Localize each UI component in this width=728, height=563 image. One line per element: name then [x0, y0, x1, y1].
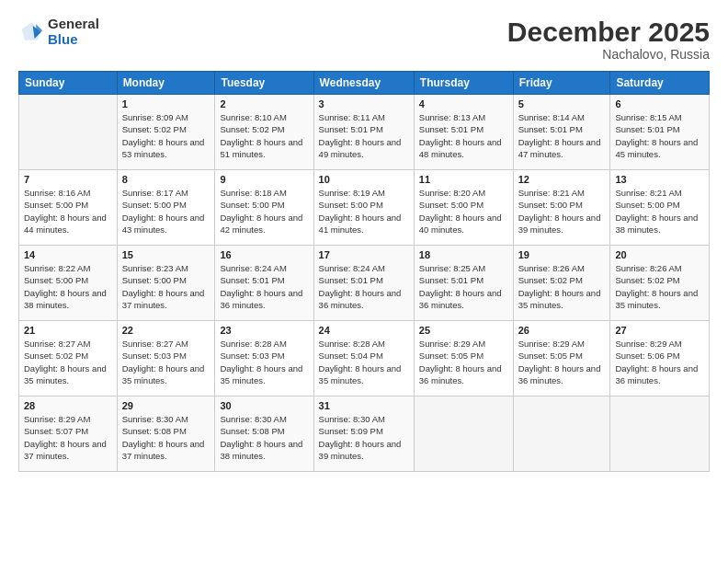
calendar-header-row: Sunday Monday Tuesday Wednesday Thursday…: [19, 72, 710, 95]
header-saturday: Saturday: [610, 72, 710, 95]
table-row: 27Sunrise: 8:29 AMSunset: 5:06 PMDayligh…: [610, 321, 710, 396]
day-number: 8: [122, 174, 210, 185]
day-number: 19: [518, 249, 606, 260]
table-row: 31Sunrise: 8:30 AMSunset: 5:09 PMDayligh…: [313, 396, 414, 472]
day-number: 13: [615, 174, 704, 185]
day-info: Sunrise: 8:27 AMSunset: 5:03 PMDaylight:…: [122, 338, 210, 386]
title-block: December 2025 Nachalovo, Russia: [507, 17, 710, 62]
table-row: 19Sunrise: 8:26 AMSunset: 5:02 PMDayligh…: [513, 246, 610, 321]
day-number: 1: [122, 98, 210, 109]
calendar-week-row: 1Sunrise: 8:09 AMSunset: 5:02 PMDaylight…: [19, 95, 710, 170]
day-info: Sunrise: 8:30 AMSunset: 5:09 PMDaylight:…: [319, 413, 409, 462]
table-row: [19, 95, 118, 170]
day-info: Sunrise: 8:20 AMSunset: 5:00 PMDaylight:…: [419, 187, 508, 236]
header: General Blue December 2025 Nachalovo, Ru…: [18, 17, 710, 62]
logo-blue-text: Blue: [48, 32, 99, 48]
page: General Blue December 2025 Nachalovo, Ru…: [0, 0, 728, 563]
logo: General Blue: [18, 17, 99, 47]
day-info: Sunrise: 8:17 AMSunset: 5:00 PMDaylight:…: [122, 187, 210, 236]
day-info: Sunrise: 8:24 AMSunset: 5:01 PMDaylight:…: [319, 262, 409, 311]
day-info: Sunrise: 8:28 AMSunset: 5:04 PMDaylight:…: [319, 338, 409, 386]
table-row: 30Sunrise: 8:30 AMSunset: 5:08 PMDayligh…: [215, 396, 313, 472]
day-number: 3: [319, 98, 409, 109]
calendar-table: Sunday Monday Tuesday Wednesday Thursday…: [18, 71, 710, 472]
table-row: 25Sunrise: 8:29 AMSunset: 5:05 PMDayligh…: [414, 321, 513, 396]
calendar-week-row: 28Sunrise: 8:29 AMSunset: 5:07 PMDayligh…: [19, 396, 710, 472]
day-number: 17: [319, 249, 409, 260]
table-row: 15Sunrise: 8:23 AMSunset: 5:00 PMDayligh…: [117, 246, 215, 321]
table-row: 20Sunrise: 8:26 AMSunset: 5:02 PMDayligh…: [610, 246, 710, 321]
table-row: 24Sunrise: 8:28 AMSunset: 5:04 PMDayligh…: [313, 321, 414, 396]
day-info: Sunrise: 8:18 AMSunset: 5:00 PMDaylight:…: [220, 187, 308, 236]
day-number: 26: [518, 325, 606, 336]
table-row: 28Sunrise: 8:29 AMSunset: 5:07 PMDayligh…: [19, 396, 118, 472]
day-number: 5: [518, 98, 606, 109]
day-info: Sunrise: 8:13 AMSunset: 5:01 PMDaylight:…: [419, 111, 508, 160]
day-info: Sunrise: 8:19 AMSunset: 5:00 PMDaylight:…: [319, 187, 409, 236]
day-number: 20: [615, 249, 704, 260]
day-info: Sunrise: 8:14 AMSunset: 5:01 PMDaylight:…: [518, 111, 606, 160]
day-info: Sunrise: 8:30 AMSunset: 5:08 PMDaylight:…: [122, 413, 210, 462]
day-info: Sunrise: 8:29 AMSunset: 5:07 PMDaylight:…: [24, 413, 112, 462]
table-row: 11Sunrise: 8:20 AMSunset: 5:00 PMDayligh…: [414, 170, 513, 246]
day-info: Sunrise: 8:23 AMSunset: 5:00 PMDaylight:…: [122, 262, 210, 311]
day-number: 21: [24, 325, 112, 336]
day-info: Sunrise: 8:28 AMSunset: 5:03 PMDaylight:…: [220, 338, 308, 386]
day-info: Sunrise: 8:21 AMSunset: 5:00 PMDaylight:…: [615, 187, 704, 236]
table-row: 1Sunrise: 8:09 AMSunset: 5:02 PMDaylight…: [117, 95, 215, 170]
day-number: 31: [319, 400, 409, 411]
day-number: 16: [220, 249, 308, 260]
day-info: Sunrise: 8:26 AMSunset: 5:02 PMDaylight:…: [518, 262, 606, 311]
table-row: 10Sunrise: 8:19 AMSunset: 5:00 PMDayligh…: [313, 170, 414, 246]
day-info: Sunrise: 8:27 AMSunset: 5:02 PMDaylight:…: [24, 338, 112, 386]
table-row: 18Sunrise: 8:25 AMSunset: 5:01 PMDayligh…: [414, 246, 513, 321]
table-row: 12Sunrise: 8:21 AMSunset: 5:00 PMDayligh…: [513, 170, 610, 246]
header-tuesday: Tuesday: [215, 72, 313, 95]
table-row: 6Sunrise: 8:15 AMSunset: 5:01 PMDaylight…: [610, 95, 710, 170]
day-info: Sunrise: 8:10 AMSunset: 5:02 PMDaylight:…: [220, 111, 308, 160]
table-row: [513, 396, 610, 472]
day-number: 29: [122, 400, 210, 411]
day-number: 6: [615, 98, 704, 109]
day-info: Sunrise: 8:11 AMSunset: 5:01 PMDaylight:…: [319, 111, 409, 160]
day-info: Sunrise: 8:24 AMSunset: 5:01 PMDaylight:…: [220, 262, 308, 311]
day-number: 14: [24, 249, 112, 260]
location: Nachalovo, Russia: [507, 47, 710, 62]
day-number: 22: [122, 325, 210, 336]
calendar-week-row: 14Sunrise: 8:22 AMSunset: 5:00 PMDayligh…: [19, 246, 710, 321]
table-row: 7Sunrise: 8:16 AMSunset: 5:00 PMDaylight…: [19, 170, 118, 246]
day-number: 30: [220, 400, 308, 411]
table-row: 16Sunrise: 8:24 AMSunset: 5:01 PMDayligh…: [215, 246, 313, 321]
table-row: 22Sunrise: 8:27 AMSunset: 5:03 PMDayligh…: [117, 321, 215, 396]
calendar-week-row: 21Sunrise: 8:27 AMSunset: 5:02 PMDayligh…: [19, 321, 710, 396]
day-number: 4: [419, 98, 508, 109]
day-info: Sunrise: 8:16 AMSunset: 5:00 PMDaylight:…: [24, 187, 112, 236]
calendar-week-row: 7Sunrise: 8:16 AMSunset: 5:00 PMDaylight…: [19, 170, 710, 246]
day-info: Sunrise: 8:29 AMSunset: 5:05 PMDaylight:…: [518, 338, 606, 386]
logo-general-text: General: [48, 17, 99, 32]
logo-text: General Blue: [48, 17, 99, 47]
table-row: 26Sunrise: 8:29 AMSunset: 5:05 PMDayligh…: [513, 321, 610, 396]
table-row: [414, 396, 513, 472]
day-number: 15: [122, 249, 210, 260]
day-number: 23: [220, 325, 308, 336]
day-number: 24: [319, 325, 409, 336]
logo-icon: [18, 19, 44, 45]
day-info: Sunrise: 8:29 AMSunset: 5:05 PMDaylight:…: [419, 338, 508, 386]
table-row: 17Sunrise: 8:24 AMSunset: 5:01 PMDayligh…: [313, 246, 414, 321]
table-row: [610, 396, 710, 472]
table-row: 4Sunrise: 8:13 AMSunset: 5:01 PMDaylight…: [414, 95, 513, 170]
table-row: 29Sunrise: 8:30 AMSunset: 5:08 PMDayligh…: [117, 396, 215, 472]
day-info: Sunrise: 8:21 AMSunset: 5:00 PMDaylight:…: [518, 187, 606, 236]
day-number: 18: [419, 249, 508, 260]
table-row: 2Sunrise: 8:10 AMSunset: 5:02 PMDaylight…: [215, 95, 313, 170]
table-row: 3Sunrise: 8:11 AMSunset: 5:01 PMDaylight…: [313, 95, 414, 170]
day-number: 10: [319, 174, 409, 185]
header-sunday: Sunday: [19, 72, 118, 95]
table-row: 5Sunrise: 8:14 AMSunset: 5:01 PMDaylight…: [513, 95, 610, 170]
day-info: Sunrise: 8:26 AMSunset: 5:02 PMDaylight:…: [615, 262, 704, 311]
table-row: 21Sunrise: 8:27 AMSunset: 5:02 PMDayligh…: [19, 321, 118, 396]
header-wednesday: Wednesday: [313, 72, 414, 95]
table-row: 9Sunrise: 8:18 AMSunset: 5:00 PMDaylight…: [215, 170, 313, 246]
day-info: Sunrise: 8:15 AMSunset: 5:01 PMDaylight:…: [615, 111, 704, 160]
